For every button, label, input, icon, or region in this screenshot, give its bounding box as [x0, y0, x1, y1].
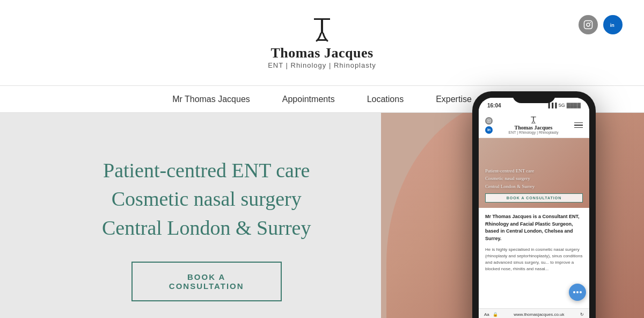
phone-body-title: Mr Thomas Jacques is a Consultant ENT, R… — [485, 213, 583, 242]
svg-rect-3 — [584, 21, 592, 29]
phone-hamburger-menu[interactable] — [574, 122, 583, 128]
phone-instagram-icon — [485, 117, 493, 125]
nav-item-thomas-jacques[interactable]: Mr Thomas Jacques — [172, 89, 250, 110]
phone-logo-subtitle: ENT | Rhinology | Rhinoplasty — [509, 131, 559, 134]
svg-point-5 — [590, 22, 591, 23]
hero-line-1: Patient-centred ENT care — [102, 156, 311, 185]
phone-url: www.thomasjacques.co.uk — [501, 312, 577, 317]
phone-header: in Thomas Jacques ENT | Rhinology | Rhin… — [479, 113, 589, 138]
phone-hero-line1: Patient-centred ENT care — [485, 168, 534, 174]
book-consultation-button[interactable]: BOOK A CONSULTATION — [131, 262, 282, 301]
logo-subtitle: ENT | Rhinology | Rhinoplasty — [268, 61, 376, 69]
phone-notch — [513, 91, 555, 103]
svg-rect-2 — [317, 39, 327, 41]
svg-rect-12 — [532, 123, 535, 124]
linkedin-icon[interactable]: in — [603, 15, 623, 34]
phone-hero: Patient-centred ENT care Cosmetic nasal … — [479, 138, 589, 208]
chat-dot-1 — [573, 291, 575, 293]
phone-hero-line2: Cosmetic nasal surgery — [485, 176, 530, 181]
instagram-icon[interactable] — [579, 15, 598, 34]
phone-address-bar: Aa 🔒 www.thomasjacques.co.uk ↻ — [479, 308, 589, 318]
network-type: 5G — [559, 103, 565, 108]
hero-line-3: Central London & Surrey — [102, 214, 311, 242]
logo-icon — [309, 16, 335, 43]
phone-mockup: 16:04 ▐▐▐ 5G ▓▓▓▓ in — [472, 91, 596, 318]
nav-item-appointments[interactable]: Appointments — [282, 89, 335, 110]
hero-content: Patient-centred ENT care Cosmetic nasal … — [102, 156, 311, 301]
phone-hero-text: Patient-centred ENT care Cosmetic nasal … — [485, 167, 583, 190]
svg-rect-1 — [321, 18, 323, 33]
hero-section: Patient-centred ENT care Cosmetic nasal … — [0, 113, 644, 318]
svg-text:in: in — [610, 23, 614, 28]
phone-status-icons: ▐▐▐ 5G ▓▓▓▓ — [547, 103, 581, 108]
phone-social-icons: in — [485, 117, 493, 134]
phone-time: 16:04 — [487, 103, 501, 109]
phone-body-text: He is highly specialised in cosmetic nas… — [485, 247, 583, 272]
chat-dots — [573, 291, 582, 293]
phone-logo: Thomas Jacques ENT | Rhinology | Rhinopl… — [509, 116, 559, 134]
phone-body: Mr Thomas Jacques is a Consultant ENT, R… — [479, 208, 589, 278]
nav-item-locations[interactable]: Locations — [367, 89, 404, 110]
svg-point-9 — [488, 120, 490, 121]
phone-book-consultation-button[interactable]: BOOK A CONSULTATION — [485, 193, 583, 203]
site-header: Thomas Jacques ENT | Rhinology | Rhinopl… — [0, 0, 644, 86]
chat-dot-2 — [576, 291, 579, 293]
chat-bubble[interactable] — [569, 284, 586, 301]
phone-reload-icon[interactable]: ↻ — [580, 312, 584, 317]
header-social: in — [579, 15, 623, 34]
nav-item-expertise[interactable]: Expertise — [436, 89, 472, 110]
phone-lock-icon: 🔒 — [493, 312, 498, 317]
svg-point-4 — [587, 23, 590, 26]
phone-hero-line3: Central London & Surrey — [485, 184, 535, 189]
phone-font-size: Aa — [484, 312, 489, 317]
logo-title: Thomas Jacques — [270, 45, 373, 61]
signal-bars: ▐▐▐ — [547, 103, 557, 108]
svg-rect-8 — [487, 119, 491, 122]
site-logo: Thomas Jacques ENT | Rhinology | Rhinopl… — [268, 16, 376, 69]
hero-line-2: Cosmetic nasal surgery — [102, 185, 311, 213]
chat-dot-3 — [580, 291, 582, 293]
battery-icon: ▓▓▓▓ — [567, 103, 581, 108]
phone-linkedin-icon: in — [485, 126, 493, 134]
phone-logo-title: Thomas Jacques — [515, 125, 553, 131]
svg-rect-11 — [533, 117, 533, 121]
